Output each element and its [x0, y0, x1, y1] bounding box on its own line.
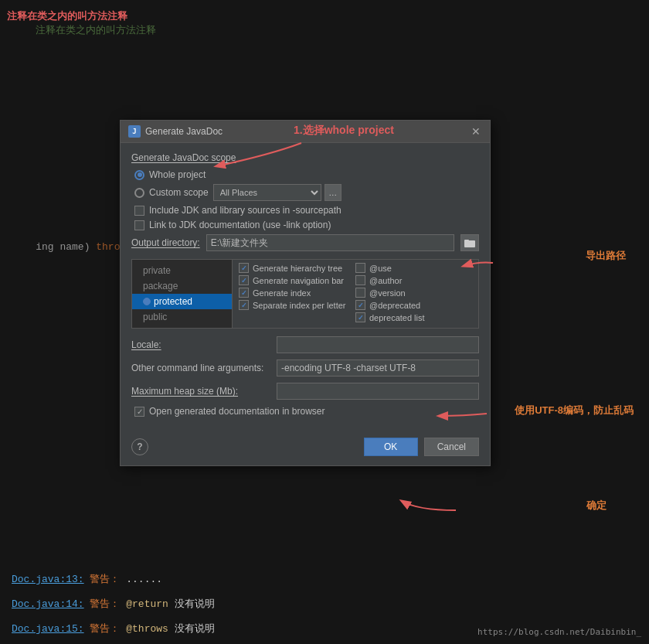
cancel-button[interactable]: Cancel	[424, 438, 479, 456]
console-line1-warn: 警告：	[90, 574, 120, 585]
console-line2-warn: 警告：	[90, 598, 120, 610]
custom-scope-select[interactable]: All Places	[213, 184, 321, 201]
console-line2-text: 没有说明	[175, 598, 215, 610]
dialog-title-left: J Generate JavaDoc	[128, 125, 223, 138]
options-left: Generate hierarchy tree Generate navigat…	[239, 263, 355, 325]
console-line3-prefix: Doc.java:15:	[12, 623, 84, 635]
other-args-input[interactable]	[277, 359, 479, 377]
link-jdk-row[interactable]: Link to JDK documentation (use -link opt…	[131, 220, 479, 230]
console-line1-prefix: Doc.java:13:	[12, 574, 84, 585]
middle-section: private package protected public Generat…	[131, 259, 479, 329]
console-line3-text: 没有说明	[175, 623, 215, 635]
step1-annotation: 1.选择whole project	[294, 124, 394, 138]
options-panel: Generate hierarchy tree Generate navigat…	[233, 260, 478, 328]
dialog-body: Generate JavaDoc scope Whole project Cus…	[121, 143, 490, 430]
opt-deprecated-checkbox[interactable]	[355, 300, 365, 310]
opt-deprecated-list-label: deprecated list	[369, 313, 425, 322]
console-line2-anno: @return	[126, 598, 168, 610]
output-directory-label: Output directory:	[131, 237, 200, 248]
folder-icon	[464, 238, 475, 247]
visibility-public[interactable]: public	[132, 309, 232, 325]
opt-author-label: @author	[369, 276, 402, 285]
console-line2: Doc.java:14: 警告： @return 没有说明	[12, 596, 637, 613]
visibility-private[interactable]: private	[132, 263, 232, 278]
max-heap-input[interactable]	[277, 383, 479, 400]
console-line2-prefix: Doc.java:14:	[12, 598, 84, 610]
options-columns: Generate hierarchy tree Generate navigat…	[239, 263, 472, 325]
opt-deprecated-list-checkbox[interactable]	[355, 312, 365, 322]
scope-select-wrapper: All Places …	[213, 184, 479, 201]
opt-author-row[interactable]: @author	[355, 275, 472, 285]
scope-section-label: Generate JavaDoc scope	[131, 152, 479, 163]
open-browser-row[interactable]: ✓ Open generated documentation in browse…	[131, 406, 479, 417]
opt-deprecated-row[interactable]: @deprecated	[355, 300, 472, 310]
include-jdk-label: Include JDK and library sources in -sour…	[149, 205, 341, 216]
console-line3-anno: @throws	[126, 623, 168, 635]
link-jdk-label: Link to JDK documentation (use -link opt…	[149, 220, 331, 230]
ok-button[interactable]: OK	[364, 438, 418, 456]
whole-project-row[interactable]: Whole project	[131, 169, 479, 180]
locale-row: Locale:	[131, 336, 479, 353]
other-args-label: Other command line arguments:	[131, 363, 270, 373]
opt-version-checkbox[interactable]	[355, 288, 365, 298]
opt-author-checkbox[interactable]	[355, 275, 365, 285]
locale-input[interactable]	[277, 336, 479, 353]
scope-browse-button[interactable]: …	[324, 184, 341, 201]
opt-use-row[interactable]: @use	[355, 263, 472, 273]
opt-hierarchy-label: Generate hierarchy tree	[253, 264, 342, 273]
help-button[interactable]: ?	[131, 438, 148, 455]
footer-buttons: OK Cancel	[364, 438, 479, 456]
utf8-annotation: 使用UTF-8编码，防止乱码	[515, 404, 634, 417]
custom-scope-row[interactable]: Custom scope All Places …	[131, 184, 479, 201]
opt-version-label: @version	[369, 288, 406, 298]
opt-index-label: Generate index	[253, 288, 311, 298]
max-heap-row: Maximum heap size (Mb):	[131, 383, 479, 400]
visibility-protected[interactable]: protected	[132, 294, 232, 309]
visibility-package[interactable]: package	[132, 278, 232, 294]
opt-sep-index-row[interactable]: Separate index per letter	[239, 300, 355, 310]
console-area: Doc.java:13: 警告： ...... Doc.java:14: 警告：…	[0, 565, 649, 644]
output-directory-input[interactable]	[206, 234, 454, 251]
protected-radio	[143, 298, 151, 305]
visibility-panel: private package protected public	[132, 260, 233, 328]
whole-project-radio[interactable]	[134, 170, 144, 180]
other-args-row: Other command line arguments:	[131, 359, 479, 377]
console-line3-warn: 警告：	[90, 623, 120, 635]
confirm-annotation: 确定	[586, 499, 607, 513]
include-jdk-row[interactable]: Include JDK and library sources in -sour…	[131, 205, 479, 216]
opt-sep-index-checkbox[interactable]	[239, 300, 249, 310]
visibility-protected-label: protected	[154, 296, 192, 307]
opt-hierarchy-row[interactable]: Generate hierarchy tree	[239, 263, 355, 273]
custom-scope-radio[interactable]	[134, 188, 144, 198]
blog-url: https://blog.csdn.net/Daibinbin_	[477, 626, 641, 638]
console-line1: Doc.java:13: 警告： ......	[12, 571, 637, 588]
open-browser-label: Open generated documentation in browser	[149, 406, 324, 417]
output-browse-button[interactable]	[460, 234, 479, 251]
opt-navbar-row[interactable]: Generate navigation bar	[239, 275, 355, 285]
opt-deprecated-list-row[interactable]: deprecated list	[355, 312, 472, 322]
close-button[interactable]: ✕	[470, 125, 482, 138]
opt-version-row[interactable]: @version	[355, 288, 472, 298]
opt-index-checkbox[interactable]	[239, 288, 249, 298]
opt-index-row[interactable]: Generate index	[239, 288, 355, 298]
export-path-annotation: 导出路径	[586, 249, 626, 263]
opt-sep-index-label: Separate index per letter	[253, 301, 345, 310]
open-browser-checkbox[interactable]: ✓	[134, 407, 144, 417]
generate-javadoc-dialog: J Generate JavaDoc ✕ Generate JavaDoc sc…	[120, 120, 491, 466]
options-right: @use @author @version @deprecated	[355, 263, 472, 325]
dialog-icon: J	[128, 125, 141, 138]
opt-use-checkbox[interactable]	[355, 263, 365, 273]
include-jdk-checkbox[interactable]	[134, 206, 144, 216]
link-jdk-checkbox[interactable]	[134, 220, 144, 230]
dialog-footer: ? OK Cancel	[121, 430, 490, 465]
help-label: ?	[137, 441, 142, 452]
whole-project-label: Whole project	[149, 169, 206, 180]
opt-navbar-checkbox[interactable]	[239, 275, 249, 285]
opt-hierarchy-checkbox[interactable]	[239, 263, 249, 273]
top-annotation: 注释在类之内的叫方法注释	[7, 9, 127, 23]
opt-deprecated-label: @deprecated	[369, 301, 420, 310]
opt-use-label: @use	[369, 264, 392, 273]
svg-rect-1	[464, 240, 469, 242]
opt-navbar-label: Generate navigation bar	[253, 276, 344, 285]
locale-label: Locale:	[131, 339, 270, 350]
